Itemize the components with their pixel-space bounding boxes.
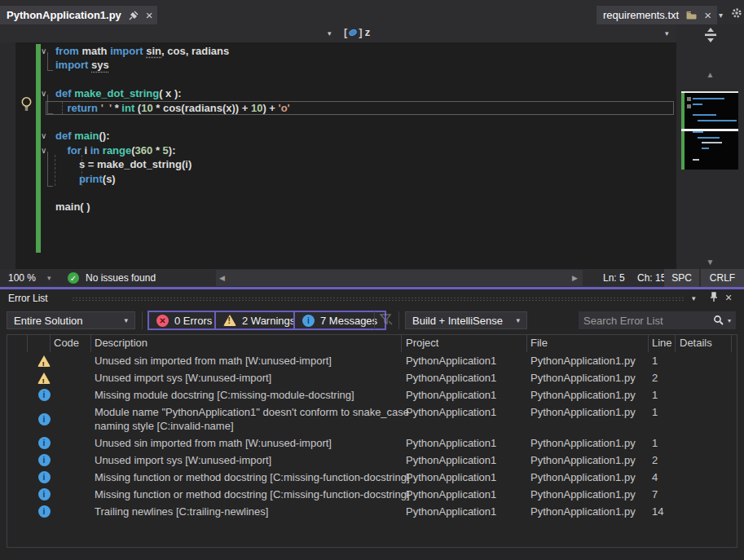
window-position-dropdown-icon[interactable]: ▾ [692,294,696,302]
code-line[interactable] [0,186,676,201]
code-editor[interactable]: ∨from math import sin, cos, radiansimpor… [0,42,676,269]
split-handle-icon[interactable] [676,26,744,44]
errors-filter-button[interactable]: ✕ 0 Errors [147,311,221,330]
code-text: for i in range(360 * 5): [55,143,175,158]
search-input[interactable]: Search Error List ▾ [579,311,736,329]
line-cell: 1 [652,403,658,421]
code-line[interactable]: return ' ' * int (10 * cos(radians(x)) +… [0,101,676,116]
description-cell: Unused import sys [W:unused-import] [95,452,401,467]
project-cell: PythonApplication1 [406,434,496,452]
member-dropdown-icon[interactable]: ▾ [665,29,669,37]
member-icon: [ [344,26,347,38]
minimap-thumbnail[interactable] [681,91,738,170]
search-placeholder: Search Error List [583,315,663,327]
error-row[interactable]: iUnused import sys [W:unused-import]Pyth… [7,452,737,469]
column-header-description[interactable]: Description [95,337,147,349]
code-line[interactable]: ∨def main(): [0,129,676,143]
column-header-project[interactable]: Project [406,337,438,349]
file-cell: PythonApplication1.py [530,386,636,403]
file-cell: PythonApplication1.py [530,434,636,452]
code-text: return ' ' * int (10 * cos(radians(x)) +… [55,101,290,116]
error-list-title-bar[interactable]: Error List ▾ × [0,289,744,308]
code-line[interactable]: s = make_dot_string(i) [0,157,676,172]
warnings-filter-button[interactable]: 2 Warnings [214,311,304,330]
code-line[interactable]: import sys [0,58,676,73]
error-row[interactable]: iModule name "PythonApplication1" doesn'… [7,403,737,434]
close-icon[interactable]: × [146,9,153,21]
line-cell: 2 [652,452,658,469]
error-row[interactable]: iMissing function or method docstring [C… [7,469,737,486]
line-cell: 4 [652,469,658,486]
line-cell: 1 [652,352,658,369]
line-cell: 1 [652,434,658,452]
error-row[interactable]: iUnused sin imported from math [W:unused… [7,434,737,452]
fold-marker-icon[interactable]: ∨ [41,129,46,143]
tab-requirements[interactable]: requirements.txt × [597,6,717,24]
close-icon[interactable]: × [704,9,711,21]
column-header-file[interactable]: File [530,337,548,349]
messages-filter-button[interactable]: i 7 Messages [293,311,386,330]
error-row[interactable]: Unused sin imported from math [W:unused-… [7,352,737,369]
source-filter-dropdown[interactable]: Build + IntelliSense ▾ [405,311,527,329]
horizontal-scrollbar[interactable]: ◀ ▶ [216,270,583,286]
code-line[interactable] [0,115,676,130]
spaces-indicator[interactable]: SPC [664,269,699,287]
scope-filter-dropdown[interactable]: Entire Solution ▾ [7,311,135,329]
scroll-up-icon[interactable]: ▲ [676,70,744,79]
code-line[interactable]: ∨def make_dot_string( x ): [0,86,676,101]
error-list-toolbar: Entire Solution ▾ ✕ 0 Errors 2 Warnings … [0,308,744,333]
description-cell: Unused sin imported from math [W:unused-… [95,434,401,450]
keep-open-icon[interactable] [686,11,697,20]
pin-icon[interactable] [709,292,719,302]
search-options-dropdown-icon[interactable]: ▾ [728,317,731,324]
close-icon[interactable]: × [725,291,732,304]
tab-pythonapplication1[interactable]: PythonApplication1.py × [0,6,157,24]
error-row[interactable]: iMissing function or method docstring [C… [7,486,737,503]
scope-dropdown-icon[interactable]: ▾ [328,29,332,37]
code-line[interactable]: ∨ for i in range(360 * 5): [0,143,676,158]
drag-grip[interactable] [72,297,685,302]
code-text: from math import sin, cos, radians [55,44,229,59]
table-header[interactable]: Code Description Project File Line Detai… [7,335,737,352]
scroll-down-icon[interactable]: ▼ [676,258,744,267]
error-row[interactable]: iMissing module docstring [C:missing-mod… [7,386,737,403]
pin-icon[interactable] [129,11,139,20]
file-cell: PythonApplication1.py [530,352,636,369]
line-ending-indicator[interactable]: CRLF [701,269,744,287]
zoom-control[interactable]: 100 % ▾ [8,269,51,287]
fold-marker-icon[interactable]: ∨ [41,143,46,158]
gear-icon[interactable] [731,7,742,19]
minimap-scrollbar[interactable]: ▲ ▼ [676,24,744,269]
code-line[interactable] [0,73,676,87]
column-header-details[interactable]: Details [680,337,712,349]
minimap-code-line [693,131,703,133]
column-header-code[interactable]: Code [54,337,79,349]
member-dropdown[interactable]: [ ] z [344,26,370,38]
errors-count-label: 0 Errors [174,315,212,327]
fold-marker-icon[interactable]: ∨ [41,86,46,101]
file-cell: PythonApplication1.py [530,503,636,520]
line-indicator: Ln: 5 [603,269,625,287]
code-line[interactable]: print(s) [0,172,676,187]
zoom-dropdown-icon[interactable]: ▾ [47,274,51,282]
minimap-current-line [681,129,738,131]
info-icon: i [38,454,51,466]
project-cell: PythonApplication1 [406,386,496,403]
code-line[interactable]: ∨from math import sin, cos, radians [0,44,676,59]
tab-list-dropdown-icon[interactable]: ▾ [719,11,723,20]
minimap-code-line [693,159,699,161]
source-filter-value: Build + IntelliSense [412,315,503,327]
code-line[interactable]: main( ) [0,200,676,214]
error-list-table: Code Description Project File Line Detai… [7,334,737,548]
file-cell: PythonApplication1.py [530,369,636,386]
info-icon: i [302,315,315,327]
error-row[interactable]: iTrailing newlines [C:trailing-newlines]… [7,503,737,520]
scroll-left-icon[interactable]: ◀ [219,274,225,282]
scroll-right-icon[interactable]: ▶ [572,274,578,282]
column-header-line[interactable]: Line [652,337,672,349]
filter-icon[interactable] [380,314,393,326]
error-row[interactable]: Unused import sys [W:unused-import]Pytho… [7,369,737,386]
tab-title: requirements.txt [603,9,679,21]
issues-indicator[interactable]: ✓ No issues found [68,269,156,287]
fold-marker-icon[interactable]: ∨ [41,44,46,59]
